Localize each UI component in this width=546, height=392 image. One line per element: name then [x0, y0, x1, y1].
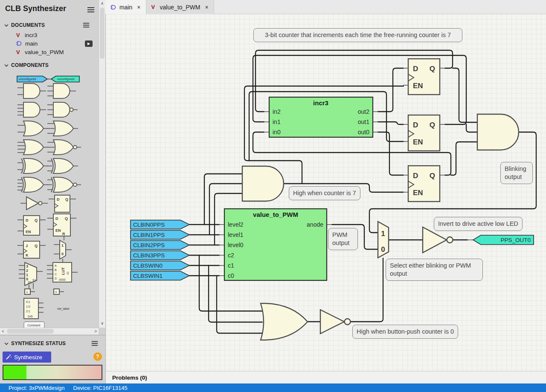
palette-vertical-scrollbar[interactable]: ∧ ∨ — [99, 0, 105, 328]
input-pin-clbin2pps[interactable]: CLBIN2PPS — [131, 241, 189, 250]
palette-nor-gate[interactable] — [47, 140, 81, 155]
input-pin-clbin0pps[interactable]: CLBIN0PPS — [131, 220, 189, 229]
palette-and2-gate[interactable] — [17, 84, 46, 98]
mux-2to1[interactable]: 1 0 — [378, 222, 389, 258]
svg-text:D: D — [413, 121, 418, 129]
sidebar-item-value-to-pwm[interactable]: V value_to_PWM — [0, 48, 99, 56]
schematic-canvas[interactable]: incr3 in2 in1 in0 out2 out1 out0 value_t… — [105, 14, 546, 371]
inverter-output[interactable] — [423, 227, 453, 253]
tab-value-to-pwm[interactable]: V value_to_PWM × — [146, 0, 214, 14]
palette-mux2[interactable]: 1 0 — [54, 240, 72, 263]
and-gate-counter7[interactable] — [242, 166, 284, 201]
palette-dff-en-r[interactable]: D Q EN R — [47, 214, 76, 240]
input-pin-clbswin1[interactable]: CLBSWIN1 — [131, 271, 189, 280]
scroll-right-icon[interactable]: > — [94, 329, 97, 334]
palette-jk-ff[interactable]: J Q K — [17, 241, 46, 258]
palette-xor4-gate[interactable] — [17, 177, 48, 192]
problems-label: Problems (0) — [112, 375, 147, 381]
status-device: Device: PIC16F13145 — [73, 385, 128, 391]
svg-text:in1: in1 — [273, 118, 281, 125]
palette-xor3-gate[interactable] — [47, 159, 78, 173]
scrollbar-thumb[interactable] — [100, 8, 105, 59]
svg-text:Comment: Comment — [27, 324, 40, 327]
sidebar-item-main[interactable]: main ▶ — [0, 39, 99, 48]
svg-text:1: 1 — [26, 273, 28, 277]
sidebar-item-incr3[interactable]: V incr3 — [0, 31, 99, 39]
documents-header[interactable]: DOCUMENTS — [4, 22, 95, 28]
sidebar: CLB Synthesizer DOCUMENTS V incr3 main ▶… — [0, 0, 99, 383]
documents-menu-icon[interactable] — [83, 23, 89, 28]
palette-dff[interactable]: D Q — [49, 195, 76, 212]
or-gate[interactable] — [261, 303, 308, 340]
svg-text:value_to_PWM: value_to_PWM — [253, 211, 298, 218]
input-pin-clbin3pps[interactable]: CLBIN3PPS — [131, 251, 189, 260]
input-pin-clbin1pps[interactable]: CLBIN1PPS — [131, 231, 189, 239]
components-header[interactable]: COMPONENTS — [4, 62, 95, 68]
svg-text:incr3: incr3 — [313, 99, 328, 107]
app-title: CLB Synthesizer — [5, 4, 66, 13]
palette-inverter-gate[interactable] — [20, 197, 48, 210]
svg-text:D: D — [55, 277, 57, 280]
palette-xnor-gate[interactable] — [47, 177, 81, 192]
run-main-button[interactable]: ▶ — [85, 40, 93, 47]
comment-counter[interactable]: 3-bit counter that increments each time … — [253, 28, 462, 42]
and-gate-blinking[interactable] — [477, 114, 519, 150]
svg-text:C: C — [55, 273, 57, 276]
palette-and4-gate[interactable] — [17, 102, 46, 117]
input-pin-clbswin0[interactable]: CLBSWIN0 — [131, 261, 189, 270]
close-icon[interactable]: × — [205, 4, 208, 11]
dff-1[interactable]: D Q EN — [408, 59, 440, 95]
chevron-down-icon — [4, 342, 9, 345]
scroll-down-icon[interactable]: ∨ — [101, 321, 104, 326]
dff-2[interactable]: D Q EN — [408, 115, 440, 151]
help-button[interactable]: ? — [93, 352, 102, 361]
palette-output-pin[interactable]: unconfigured — [49, 76, 79, 82]
comment-blinking-output[interactable]: Blinking output — [500, 162, 533, 184]
output-pin-pps-out0[interactable]: PPS_OUT0 — [473, 235, 534, 245]
dff-3[interactable]: D Q EN — [408, 166, 440, 202]
palette-comment[interactable]: Comment — [24, 322, 44, 328]
palette-const-1[interactable]: 1 — [25, 289, 35, 294]
app-menu-icon[interactable] — [87, 7, 94, 12]
scrollbar-thumb[interactable] — [7, 329, 54, 334]
component-palette: unconfigured unconfigured — [0, 71, 99, 328]
close-icon[interactable]: × — [137, 4, 140, 11]
palette-const-0[interactable]: 0 — [54, 289, 64, 294]
comment-high-when-0[interactable]: High when button-push counter is 0 — [352, 325, 458, 339]
scroll-up-icon[interactable]: ∧ — [101, 1, 104, 6]
palette-or2-gate[interactable] — [17, 121, 48, 136]
tab-main[interactable]: main × — [105, 0, 146, 14]
palette-mux4[interactable]: 3 2 1 0 S0 S1 — [19, 262, 43, 289]
synthesize-header[interactable]: SYNTHESIZE STATUS — [4, 340, 102, 346]
block-incr3[interactable]: incr3 in2 in1 in0 out2 out1 out0 — [269, 97, 373, 137]
palette-decoder[interactable]: 0:1 1:0 2:1 0x5 — [24, 298, 44, 319]
palette-lut[interactable]: A B C D LUT Q 0000 — [47, 262, 78, 282]
palette-input-pin[interactable]: unconfigured — [17, 76, 49, 82]
palette-horizontal-scrollbar[interactable]: < > — [0, 328, 99, 334]
palette-nand-gate[interactable] — [47, 102, 78, 117]
comment-high-when-7[interactable]: High when counter is 7 — [289, 186, 360, 200]
palette-xor2-gate[interactable] — [17, 159, 48, 173]
palette-and3-gate[interactable] — [47, 84, 76, 98]
palette-or3-gate[interactable] — [47, 121, 78, 136]
comment-invert-led[interactable]: Invert to drive active low LED — [434, 217, 523, 231]
status-project: Project: 3xPWMdesign — [9, 385, 65, 391]
svg-text:EN: EN — [413, 138, 423, 146]
problems-bar[interactable]: Problems (0) — [105, 371, 546, 383]
inverter-bottom[interactable] — [320, 310, 351, 334]
comment-pwm-output[interactable]: PWM output — [328, 228, 358, 250]
magic-wand-icon — [6, 354, 12, 360]
palette-dff-en[interactable]: D Q EN — [17, 216, 46, 235]
synthesize-button[interactable]: Synthesize — [3, 352, 51, 363]
tab-bar: main × V value_to_PWM × — [105, 0, 546, 14]
synthesize-menu-icon[interactable] — [92, 341, 98, 346]
palette-or4-gate[interactable] — [17, 140, 48, 155]
svg-text:Q: Q — [430, 121, 435, 129]
scroll-left-icon[interactable]: < — [2, 329, 4, 334]
palette-net-label[interactable]: net_label — [57, 307, 70, 311]
block-value-to-pwm[interactable]: value_to_PWM level2 level1 level0 c2 c1 … — [224, 209, 327, 280]
svg-text:CLBIN3PPS: CLBIN3PPS — [133, 252, 165, 259]
svg-text:Q: Q — [65, 197, 68, 202]
comment-select-output[interactable]: Select either blinking or PWM output — [386, 259, 483, 281]
svg-text:2:1: 2:1 — [26, 310, 30, 313]
